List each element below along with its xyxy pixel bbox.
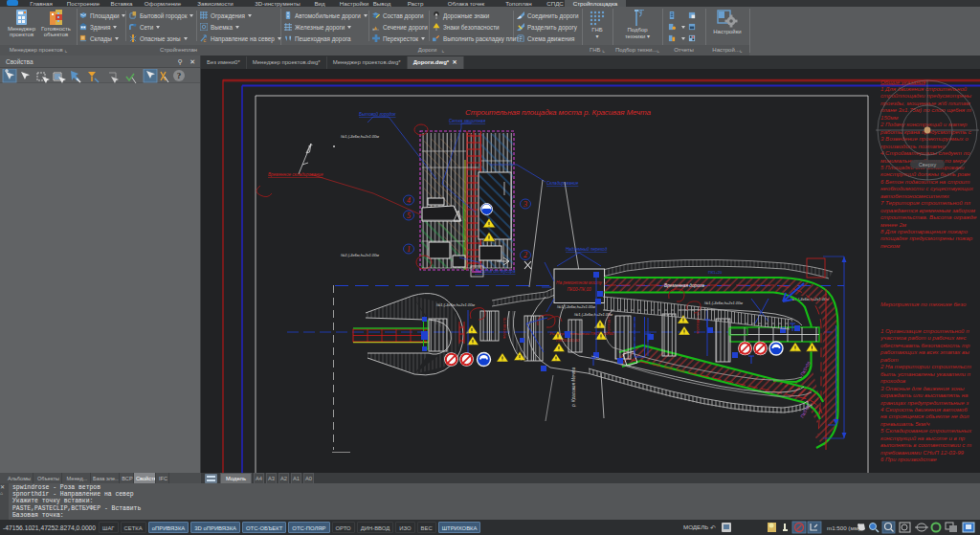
svg-text:6 При производстве: 6 При производстве (880, 456, 937, 462)
svg-text:№1,(-3х6м,h=2х1.00м: №1,(-3х6м,h=2х1.00м (436, 302, 475, 307)
svg-text:проходов: проходов (880, 377, 905, 384)
svg-text:5 Складирование строительных: 5 Складирование строительных (880, 427, 972, 434)
svg-text:р. Красивая Мечта: р. Красивая Мечта (571, 367, 576, 408)
svg-text:m1:500 (мм): m1:500 (мм) (827, 524, 860, 531)
svg-text:менее 2м: менее 2м (880, 221, 907, 228)
svg-text:На ремонтном мосту: На ремонтном мосту (556, 280, 602, 285)
svg-text:производить поэтапно: производить поэтапно (880, 143, 946, 149)
svg-text:быть установлены указатели п: быть установлены указатели п (880, 370, 971, 377)
svg-text:конструкций должны быть ровн: конструкций должны быть ровн (880, 170, 970, 177)
svg-text:150мм: 150мм (880, 114, 899, 121)
svg-text:автобетоносмесителях: автобетоносмесителях (880, 192, 950, 199)
svg-text:Строительная площадка моста р.: Строительная площадка моста р. Красивая … (465, 108, 651, 117)
svg-text:ПК1+20: ПК1+20 (708, 270, 723, 275)
svg-text:превышать 5км/ч: превышать 5км/ч (880, 420, 930, 427)
svg-text:ограждается временным забором: ограждается временным забором (880, 207, 976, 213)
svg-text:песком: песком (880, 242, 901, 249)
svg-text:плане 3х1.75м) по слою щебня т: плане 3х1.75м) по слою щебня т (880, 106, 971, 113)
svg-text:Сетка защитная: Сетка защитная (449, 119, 486, 123)
svg-text:6 Бетон подвозится на строит: 6 Бетон подвозится на строит (880, 178, 969, 185)
svg-text:Временная дорога: Временная дорога (664, 283, 704, 288)
svg-text:выполнять в соответствии с т: выполнять в соответствии с т (880, 441, 971, 448)
svg-text:требованиями СНиП 12-03-99: требованиями СНиП 12-03-99 (880, 449, 965, 456)
svg-text:4: 4 (407, 196, 411, 205)
svg-text:участков работ и рабочих мес: участков работ и рабочих мес (880, 334, 966, 341)
svg-text:Надземный переход: Надземный переход (566, 246, 608, 252)
svg-text:№1,(-3х6м,h=2х1.00м: №1,(-3х6м,h=2х1.00м (341, 134, 379, 139)
svg-text:2 Подачу конструкций и матер: 2 Подачу конструкций и матер (880, 121, 968, 127)
svg-text:Бытовой городок: Бытовой городок (359, 111, 396, 117)
svg-text:Временное складирование: Временное складирование (268, 172, 323, 177)
svg-text:площадке предусмотрены пожар: площадке предусмотрены пожар (880, 234, 973, 241)
svg-text:Общие указания: Общие указания (880, 78, 926, 85)
svg-text:Сверху: Сверху (919, 162, 937, 167)
svg-text:3 Опасные для движения зоны: 3 Опасные для движения зоны (880, 385, 965, 391)
svg-text:№1,(-3х6м,h=2х1.00м: №1,(-3х6м,h=2х1.00м (574, 312, 612, 317)
svg-text:Складирование: Складирование (546, 181, 579, 186)
svg-text:1: 1 (407, 245, 411, 254)
svg-text:Мероприятия по технике безо: Мероприятия по технике безо (880, 301, 967, 307)
svg-text:обеспечивать безопасность тр: обеспечивать безопасность тр (880, 342, 970, 348)
svg-text:c: c (204, 37, 207, 42)
svg-text:5: 5 (407, 212, 411, 220)
svg-text:2 На территории строительст: 2 На территории строительст (880, 363, 971, 369)
svg-text:3: 3 (523, 200, 527, 209)
svg-text:2: 2 (523, 251, 527, 259)
svg-text:конструкций на высоте и в пр: конструкций на высоте и в пр (880, 435, 966, 441)
svg-text:ограждать или выставлять на: ограждать или выставлять на (880, 391, 969, 398)
svg-text:работающих на всех этапах вы: работающих на всех этапах вы (880, 348, 969, 355)
svg-text:↶: ↶ (710, 524, 716, 531)
svg-text:на строящемся объекте не дол: на строящемся объекте не дол (880, 412, 969, 419)
svg-text:границах предупредительные з: границах предупредительные з (880, 399, 969, 406)
svg-text:7 Территория строительной пл: 7 Территория строительной пл (880, 199, 971, 206)
svg-text:?: ? (177, 71, 182, 80)
svg-text:необходимости с существующих: необходимости с существующих (880, 185, 974, 191)
svg-text:работ: работ (880, 356, 899, 363)
svg-text:№2,(-3х6м,h=2х1.00м: №2,(-3х6м,h=2х1.00м (341, 253, 379, 257)
svg-text:№1,(-3х6м,h=2х1.00м: №1,(-3х6м,h=2х1.00м (704, 301, 743, 305)
svg-text:8 Для предотвращения пожаро: 8 Для предотвращения пожаро (880, 228, 968, 234)
svg-text:переезд стр.: переезд стр. (501, 317, 506, 339)
svg-text:3 Возведение проектируемых о: 3 Возведение проектируемых о (880, 135, 969, 142)
svg-text:4 Скорость движения автомоб: 4 Скорость движения автомоб (880, 406, 968, 412)
svg-text:строительства. Высота огражде: строительства. Высота огражде (880, 213, 977, 220)
svg-text:ПК00-ПК,00: ПК00-ПК,00 (567, 287, 591, 292)
svg-text:1 Организация строительной п: 1 Организация строительной п (880, 327, 969, 334)
